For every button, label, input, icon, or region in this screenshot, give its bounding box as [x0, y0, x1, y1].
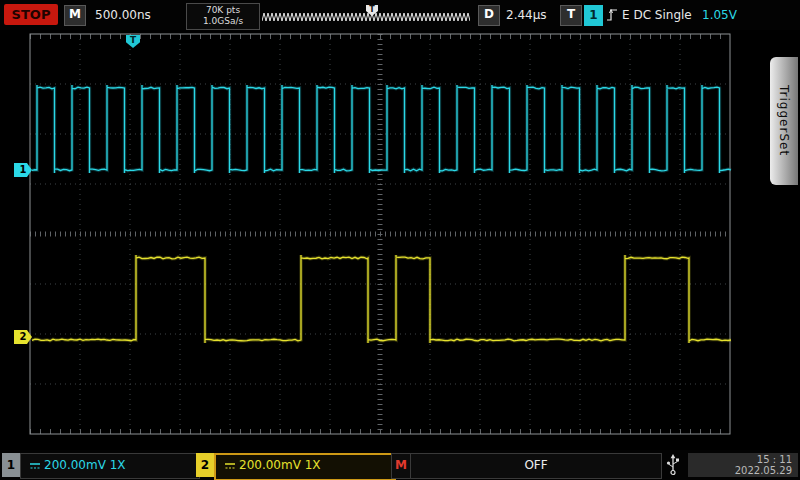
graticule-waveform-svg [0, 30, 768, 450]
channel-status-bar: 1 200.00mV 1X 2 200.00mV 1X M OFF 15 [0, 450, 800, 480]
delay-badge: D [478, 5, 500, 26]
ch2-scale: 200.00mV [239, 458, 301, 472]
time-readout: 15 : 11 [688, 454, 792, 465]
sample-rate: 1.0GSa/s [187, 16, 259, 27]
waveform-preview[interactable]: T [262, 4, 470, 26]
ch1-scale: 200.00mV [44, 458, 106, 472]
clock-box: 15 : 11 2022.05.29 [688, 453, 798, 477]
ch2-probe: 1X [305, 458, 321, 472]
memory-depth: 70K pts [187, 5, 259, 16]
ch2-status-box[interactable]: 200.00mV 1X [214, 453, 396, 480]
math-status-box[interactable]: OFF [410, 453, 662, 479]
trigger-source-badge[interactable]: 1 [584, 5, 603, 26]
dc-coupling-icon [29, 461, 41, 471]
horizontal-menu-badge[interactable]: M [64, 5, 86, 26]
waveform-display-area: T 1 2 [0, 30, 768, 450]
rising-edge-icon [606, 7, 618, 22]
ch2-badge[interactable]: 2 [196, 453, 214, 477]
run-stop-state[interactable]: STOP [4, 4, 58, 25]
trigger-badge[interactable]: T [560, 5, 582, 26]
timebase-readout: 500.00ns [95, 8, 151, 22]
status-bar: STOP M 500.00ns 70K pts 1.0GSa/s T D 2.4… [0, 0, 800, 30]
trigger-level-readout: 1.05V [702, 8, 737, 22]
ch1-status-box[interactable]: 200.00mV 1X [20, 453, 200, 479]
preview-trigger-label: T [369, 5, 375, 14]
ch1-probe: 1X [110, 458, 126, 472]
acquisition-info-box: 70K pts 1.0GSa/s [186, 3, 260, 30]
date-readout: 2022.05.29 [688, 465, 792, 476]
ch1-badge[interactable]: 1 [2, 453, 20, 477]
oscilloscope-ui: STOP M 500.00ns 70K pts 1.0GSa/s T D 2.4… [0, 0, 800, 480]
usb-icon [666, 454, 680, 478]
graticule [30, 34, 730, 434]
trigger-mode-readout: E DC Single [622, 8, 692, 22]
preview-trace [262, 13, 470, 21]
trigger-set-tab[interactable]: TriggerSet [770, 57, 798, 185]
dc-coupling-icon [224, 461, 236, 471]
math-badge[interactable]: M [391, 453, 411, 479]
trigger-delay-readout: 2.44μs [506, 8, 547, 22]
